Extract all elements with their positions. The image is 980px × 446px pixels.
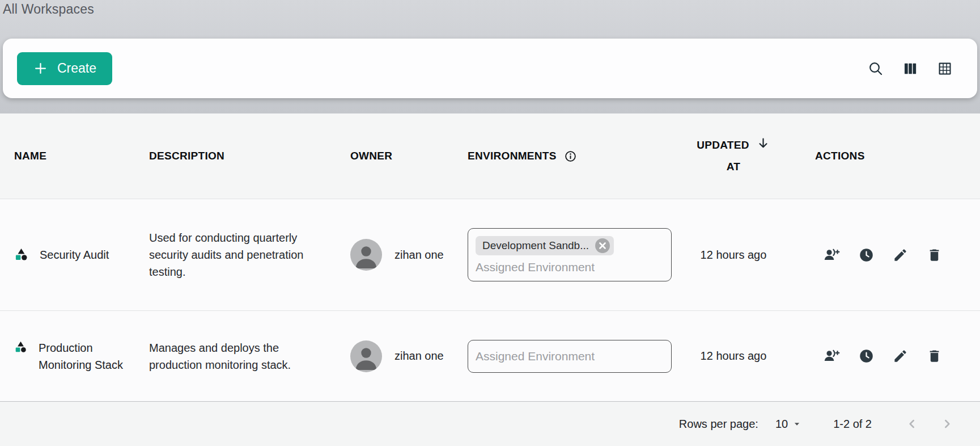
pencil-icon — [893, 247, 908, 263]
create-button-label: Create — [57, 61, 96, 76]
search-button[interactable] — [868, 61, 884, 77]
trash-icon — [927, 348, 942, 364]
name-cell: Security Audit — [14, 246, 149, 263]
rows-per-page-select[interactable]: 10 — [775, 418, 802, 431]
table-header: NAME DESCRIPTION OWNER ENVIRONMENTS UPDA… — [0, 113, 980, 199]
column-header-name: NAME — [14, 150, 149, 162]
delete-button[interactable] — [927, 348, 942, 364]
clock-icon — [859, 348, 874, 364]
table-footer: Rows per page: 10 1-2 of 2 — [0, 402, 980, 446]
actions-cell — [781, 348, 980, 364]
view-columns-button[interactable] — [902, 61, 918, 77]
add-user-button[interactable] — [824, 247, 840, 263]
description-cell: Used for conducting quarterly security a… — [149, 229, 319, 280]
environments-cell: Development Sandb... Assigned Environmen… — [468, 228, 686, 281]
plus-icon — [33, 61, 48, 76]
column-header-environments: ENVIRONMENTS — [468, 150, 686, 163]
environments-cell: Assigned Environment — [468, 340, 686, 373]
workspace-name: Production Monitoring Stack — [39, 339, 129, 373]
add-user-button[interactable] — [824, 348, 840, 364]
column-header-description: DESCRIPTION — [149, 150, 350, 162]
owner-cell: zihan one — [350, 239, 468, 271]
workspace-category-icon — [14, 247, 28, 262]
environments-header-label: ENVIRONMENTS — [468, 150, 557, 162]
create-button[interactable]: Create — [17, 52, 112, 85]
chevron-right-icon — [940, 416, 954, 431]
column-header-actions: ACTIONS — [781, 150, 980, 162]
environment-placeholder: Assigned Environment — [476, 350, 595, 363]
updated-header-line2: AT — [727, 156, 741, 178]
table-row: Production Monitoring Stack Manages and … — [0, 311, 980, 402]
workspace-category-icon — [14, 340, 27, 354]
close-circle-icon — [595, 238, 610, 254]
edit-button[interactable] — [893, 348, 908, 364]
edit-button[interactable] — [893, 247, 908, 263]
owner-name: zihan one — [394, 249, 444, 262]
toolbar: Create — [3, 39, 977, 98]
delete-button[interactable] — [927, 247, 942, 263]
column-header-updated-at[interactable]: UPDATED AT — [686, 134, 781, 178]
environment-chip: Development Sandb... — [476, 236, 614, 255]
description-cell: Manages and deploys the production monit… — [149, 339, 319, 373]
search-icon — [868, 61, 884, 77]
clock-icon — [859, 247, 874, 263]
environment-select[interactable]: Assigned Environment — [468, 340, 672, 373]
history-button[interactable] — [859, 247, 874, 263]
caret-down-icon — [792, 419, 802, 429]
history-button[interactable] — [859, 348, 874, 364]
rows-per-page-label: Rows per page: — [679, 418, 758, 431]
view-columns-icon — [902, 61, 918, 77]
pager — [905, 416, 954, 431]
person-add-icon — [824, 348, 840, 364]
column-header-owner: OWNER — [350, 150, 468, 162]
environment-placeholder: Assigned Environment — [476, 260, 664, 274]
person-add-icon — [824, 247, 840, 263]
owner-cell: zihan one — [350, 340, 468, 372]
updated-at-cell: 12 hours ago — [686, 249, 781, 262]
avatar-icon — [350, 340, 382, 372]
updated-header-line1: UPDATED — [697, 134, 749, 156]
chevron-left-icon — [905, 416, 919, 431]
trash-icon — [927, 247, 942, 263]
workspaces-table: NAME DESCRIPTION OWNER ENVIRONMENTS UPDA… — [0, 113, 980, 446]
sort-arrow-down-icon — [756, 136, 770, 150]
toolbar-actions — [868, 61, 953, 77]
workspace-name: Security Audit — [40, 246, 109, 263]
prev-page-button[interactable] — [905, 416, 919, 431]
page-title: All Workspaces — [3, 2, 94, 17]
owner-name: zihan one — [394, 350, 444, 363]
actions-cell — [781, 247, 980, 263]
table-row: Security Audit Used for conducting quart… — [0, 199, 980, 311]
info-icon[interactable] — [564, 150, 577, 163]
environment-select[interactable]: Development Sandb... Assigned Environmen… — [468, 228, 672, 281]
name-cell: Production Monitoring Stack — [14, 339, 149, 373]
page-range-label: 1-2 of 2 — [833, 418, 872, 431]
grid-view-icon — [937, 61, 953, 77]
grid-view-button[interactable] — [937, 61, 953, 77]
environment-chip-label: Development Sandb... — [482, 239, 589, 252]
rows-per-page-value: 10 — [775, 418, 788, 431]
avatar-icon — [350, 239, 382, 271]
next-page-button[interactable] — [940, 416, 954, 431]
remove-chip-button[interactable] — [595, 238, 610, 254]
updated-at-cell: 12 hours ago — [686, 350, 781, 363]
pencil-icon — [893, 348, 908, 364]
